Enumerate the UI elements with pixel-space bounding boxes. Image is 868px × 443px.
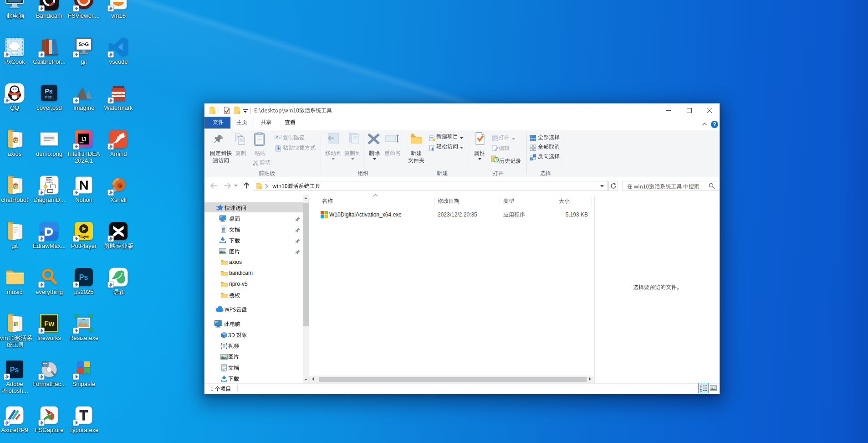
svg-text:Ps: Ps xyxy=(45,88,52,95)
svg-text:Fw: Fw xyxy=(44,320,55,328)
svg-text:PSD: PSD xyxy=(45,95,53,99)
svg-text:Main: Main xyxy=(47,178,52,180)
svg-text:S>G: S>G xyxy=(79,41,89,47)
svg-text:IJ: IJ xyxy=(82,136,86,143)
svg-text:Ps: Ps xyxy=(10,366,19,374)
svg-text:Player: Player xyxy=(77,234,90,239)
svg-text:Ps: Ps xyxy=(79,273,88,281)
